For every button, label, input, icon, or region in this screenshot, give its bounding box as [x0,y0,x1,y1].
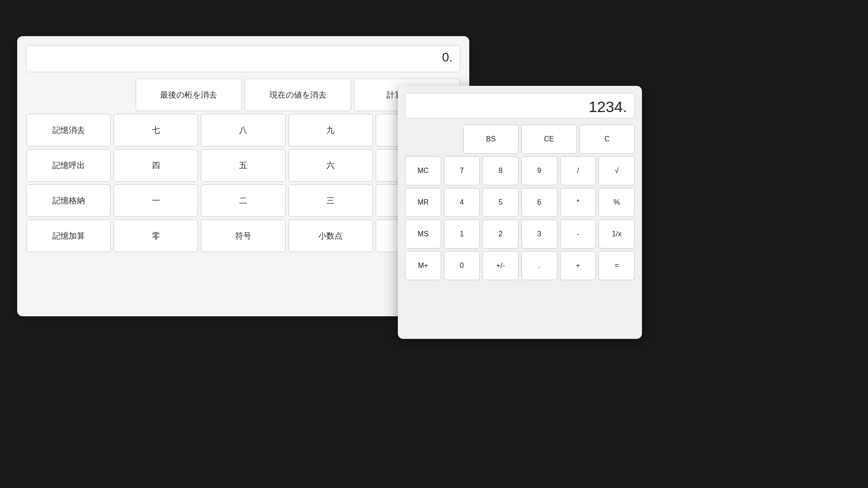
bg-btn-bs[interactable]: 最後の桁を消去 [136,79,242,111]
bg-btn-mplus[interactable]: 記憶加算 [26,220,111,252]
fg-btn-2[interactable]: 2 [482,220,519,249]
fg-top-row: BSCEC [405,125,635,154]
calculator-english: 1234. BSCEC MC789/√MR456*%MS123-1/xM+0+/… [398,86,642,339]
fg-btn-mul[interactable]: * [560,188,596,217]
bg-btn-8[interactable]: 八 [201,114,285,146]
bg-btn-2[interactable]: 二 [201,184,285,217]
bg-btn-mc[interactable]: 記憶消去 [26,114,111,146]
fg-btn-8[interactable]: 8 [482,156,519,185]
bg-btn-sign[interactable]: 符号 [201,220,285,252]
bg-btn-ms[interactable]: 記憶格納 [26,184,111,217]
bg-top-row: 最後の桁を消去現在の値を消去計算を消去 [26,79,460,111]
bg-btn-7[interactable]: 七 [113,114,198,146]
fg-btn-1[interactable]: 1 [444,220,480,249]
fg-btn-9[interactable]: 9 [521,156,557,185]
display-fg: 1234. [405,93,635,118]
bg-btn-mr[interactable]: 記憶呼出 [26,149,111,182]
fg-btn-mc[interactable]: MC [405,156,441,185]
bg-btn-ce[interactable]: 現在の値を消去 [245,79,351,111]
fg-btn-eq[interactable]: = [599,251,635,280]
bg-grid: 記憶消去七八九除算記憶呼出四五六乗算記憶格納一二三減算記憶加算零符号小数点加算 [26,114,460,252]
fg-btn-3[interactable]: 3 [521,220,557,249]
bg-btn-3[interactable]: 三 [288,184,373,217]
fg-btn-sub[interactable]: - [560,220,596,249]
fg-btn-6[interactable]: 6 [521,188,557,217]
fg-btn-div[interactable]: / [560,156,596,185]
fg-btn-mplus[interactable]: M+ [405,251,441,280]
fg-btn-sqrt[interactable]: √ [599,156,635,185]
fg-btn-dot[interactable]: . [521,251,557,280]
fg-btn-inv[interactable]: 1/x [599,220,635,249]
fg-btn-top-ce[interactable]: CE [521,125,577,154]
bg-btn-1[interactable]: 一 [113,184,198,217]
fg-btn-sign[interactable]: +/- [482,251,519,280]
fg-grid: MC789/√MR456*%MS123-1/xM+0+/-.+= [405,156,635,280]
fg-btn-add[interactable]: + [560,251,596,280]
fg-btn-5[interactable]: 5 [482,188,519,217]
bg-btn-4[interactable]: 四 [113,149,198,182]
fg-btn-top-empty [405,125,461,154]
bg-btn-empty [26,79,133,111]
fg-btn-7[interactable]: 7 [444,156,480,185]
fg-btn-4[interactable]: 4 [444,188,480,217]
bg-btn-6[interactable]: 六 [288,149,373,182]
fg-btn-mr[interactable]: MR [405,188,441,217]
fg-btn-0[interactable]: 0 [444,251,480,280]
display-bg: 0. [26,45,460,72]
fg-btn-top-c[interactable]: C [580,125,635,154]
bg-btn-9[interactable]: 九 [288,114,373,146]
fg-btn-pct[interactable]: % [599,188,635,217]
fg-btn-top-bs[interactable]: BS [463,125,519,154]
bg-btn-0[interactable]: 零 [113,220,198,252]
bg-btn-5[interactable]: 五 [201,149,285,182]
bg-btn-dot[interactable]: 小数点 [288,220,373,252]
fg-btn-ms[interactable]: MS [405,220,441,249]
